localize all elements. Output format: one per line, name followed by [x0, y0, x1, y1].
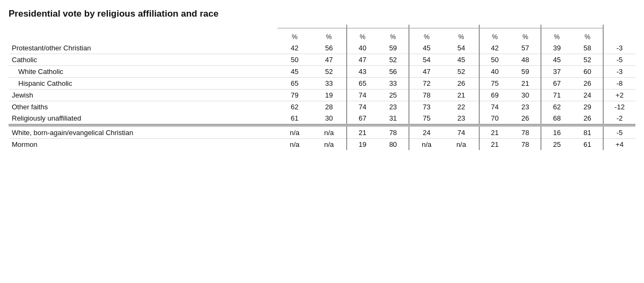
cell-dem-1: 40	[347, 42, 378, 54]
cell-rep-0: n/a	[312, 139, 347, 151]
cell-rep-4: 81	[572, 127, 603, 139]
table-row: Hispanic Catholic65336533722675216726-8	[9, 78, 635, 90]
cell-rep-4: 52	[572, 54, 603, 66]
cell-dem-3: 40	[479, 66, 510, 78]
cell-dem-2: 75	[409, 113, 444, 125]
cell-rep-3: 59	[510, 66, 541, 78]
cell-dem-1: 67	[347, 113, 378, 125]
cell-dem-0: 62	[277, 101, 311, 113]
cell-dem-3: 74	[479, 101, 510, 113]
cell-dem-4: 37	[541, 66, 572, 78]
cell-dem-0: 79	[277, 90, 311, 101]
row-label: Protestant/other Christian	[9, 42, 277, 54]
cell-rep-3: 21	[510, 78, 541, 90]
pct-bush-2004: %	[378, 32, 409, 42]
row-label: Hispanic Catholic	[9, 78, 277, 90]
cell-dem-3: 21	[479, 127, 510, 139]
row-label: Jewish	[9, 90, 277, 101]
dem-change-value: -8	[603, 78, 635, 90]
cell-dem-2: 45	[409, 42, 444, 54]
cell-dem-4: 67	[541, 78, 572, 90]
cell-rep-4: 29	[572, 101, 603, 113]
cell-dem-3: 50	[479, 54, 510, 66]
cell-dem-2: n/a	[409, 139, 444, 151]
cell-dem-0: n/a	[277, 139, 311, 151]
cell-rep-4: 24	[572, 90, 603, 101]
cell-dem-1: 43	[347, 66, 378, 78]
cell-rep-4: 26	[572, 78, 603, 90]
pct-romney: %	[510, 32, 541, 42]
cell-rep-0: 47	[312, 54, 347, 66]
row-label: White Catholic	[9, 66, 277, 78]
cell-rep-0: 28	[312, 101, 347, 113]
cell-dem-2: 73	[409, 101, 444, 113]
cell-rep-1: 33	[378, 78, 409, 90]
table-row: Protestant/other Christian42564059455442…	[9, 42, 635, 54]
cell-rep-1: 23	[378, 101, 409, 113]
table-row: Catholic50474752544550484552-5	[9, 54, 635, 66]
cell-dem-1: 47	[347, 54, 378, 66]
cell-rep-2: 21	[444, 90, 479, 101]
cell-rep-0: 56	[312, 42, 347, 54]
cell-dem-0: 65	[277, 78, 311, 90]
cell-rep-3: 57	[510, 42, 541, 54]
row-label: Catholic	[9, 54, 277, 66]
cell-rep-1: 56	[378, 66, 409, 78]
cell-dem-0: n/a	[277, 127, 311, 139]
row-label: Other faiths	[9, 101, 277, 113]
dem-change-value: -5	[603, 127, 635, 139]
cell-rep-3: 26	[510, 113, 541, 125]
cell-dem-0: 50	[277, 54, 311, 66]
cell-dem-0: 42	[277, 42, 311, 54]
data-table: % % % % % % % % % % Protestant/other Chr…	[9, 25, 635, 150]
cell-dem-1: 74	[347, 101, 378, 113]
cell-rep-4: 26	[572, 113, 603, 125]
cell-rep-1: 31	[378, 113, 409, 125]
cell-rep-0: 19	[312, 90, 347, 101]
cell-rep-0: n/a	[312, 127, 347, 139]
cell-dem-3: 69	[479, 90, 510, 101]
row-label: White, born-again/evangelical Christian	[9, 127, 277, 139]
row-label: Mormon	[9, 139, 277, 151]
cell-dem-1: 65	[347, 78, 378, 90]
cell-dem-0: 45	[277, 66, 311, 78]
cell-rep-2: 54	[444, 42, 479, 54]
table-row: Other faiths62287423732274236229-12	[9, 101, 635, 113]
cell-rep-1: 80	[378, 139, 409, 151]
cell-rep-1: 25	[378, 90, 409, 101]
cell-rep-2: 22	[444, 101, 479, 113]
cell-dem-4: 16	[541, 127, 572, 139]
cell-rep-2: 26	[444, 78, 479, 90]
pct-obama-2012: %	[479, 32, 510, 42]
cell-rep-2: n/a	[444, 139, 479, 151]
cell-dem-2: 72	[409, 78, 444, 90]
page-title: Presidential vote by religious affiliati…	[9, 9, 635, 19]
table-row: Jewish79197425782169307124+2	[9, 90, 635, 101]
cell-rep-0: 33	[312, 78, 347, 90]
cell-rep-3: 48	[510, 54, 541, 66]
cell-dem-2: 54	[409, 54, 444, 66]
cell-dem-2: 24	[409, 127, 444, 139]
cell-rep-3: 30	[510, 90, 541, 101]
cell-rep-2: 23	[444, 113, 479, 125]
cell-dem-0: 61	[277, 113, 311, 125]
dem-change-value: +4	[603, 139, 635, 151]
cell-dem-4: 62	[541, 101, 572, 113]
cell-dem-4: 25	[541, 139, 572, 151]
cell-rep-1: 78	[378, 127, 409, 139]
cell-dem-3: 42	[479, 42, 510, 54]
table-row: Religiously unaffiliated6130673175237026…	[9, 113, 635, 125]
row-label: Religiously unaffiliated	[9, 113, 277, 125]
table-row: White, born-again/evangelical Christiann…	[9, 127, 635, 139]
cell-rep-1: 52	[378, 54, 409, 66]
cell-rep-4: 60	[572, 66, 603, 78]
pct-bush-2000: %	[312, 32, 347, 42]
cell-dem-4: 68	[541, 113, 572, 125]
cell-dem-1: 21	[347, 127, 378, 139]
dem-change-value: -2	[603, 113, 635, 125]
cell-dem-2: 78	[409, 90, 444, 101]
dem-change-value: -3	[603, 66, 635, 78]
cell-rep-2: 52	[444, 66, 479, 78]
cell-rep-3: 23	[510, 101, 541, 113]
cell-rep-1: 59	[378, 42, 409, 54]
